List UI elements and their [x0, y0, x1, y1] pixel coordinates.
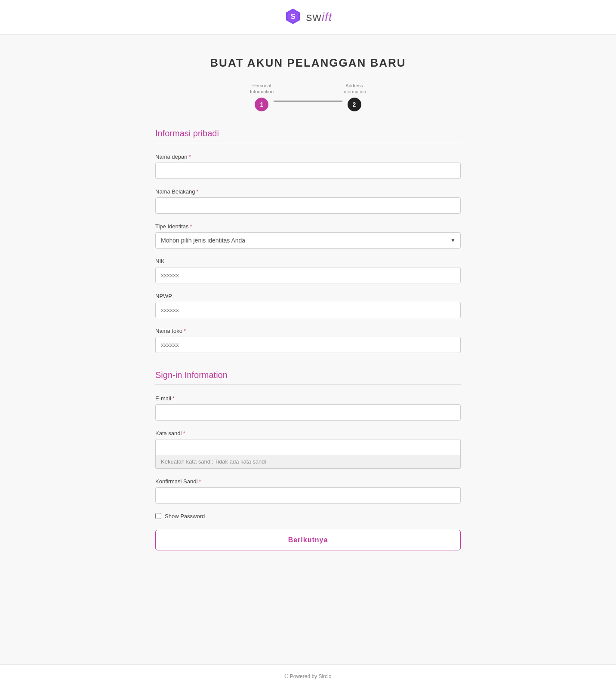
email-group: E-mail* — [155, 395, 461, 421]
first-name-label: Nama depan* — [155, 154, 461, 160]
store-name-label: Nama toko* — [155, 328, 461, 334]
identity-type-group: Tipe Identitas* Mohon pilih jenis identi… — [155, 223, 461, 249]
last-name-label: Nama Belakang* — [155, 188, 461, 195]
first-name-input[interactable] — [155, 163, 461, 179]
identity-type-select[interactable]: Mohon pilih jenis identitas Anda KTP SIM… — [155, 232, 461, 249]
personal-section-title: Informasi pribadi — [155, 129, 461, 143]
logo: S swift — [283, 8, 332, 27]
confirm-password-group: Konfirmasi Sandi* — [155, 478, 461, 504]
footer: © Powered by Sirclo — [0, 664, 616, 688]
password-input-wrapper: Kekuatan kata sandi: Tidak ada kata sand… — [155, 439, 461, 469]
last-name-group: Nama Belakang* — [155, 188, 461, 214]
last-name-input[interactable] — [155, 197, 461, 214]
password-strength-indicator: Kekuatan kata sandi: Tidak ada kata sand… — [155, 455, 461, 469]
page-container: BUAT AKUN PELANGGAN BARU PersonalInforma… — [147, 35, 469, 576]
show-password-checkbox[interactable] — [155, 513, 161, 519]
password-label: Kata sandi* — [155, 430, 461, 436]
show-password-label[interactable]: Show Password — [165, 513, 205, 519]
logo-icon: S — [283, 8, 302, 27]
header: S swift — [0, 0, 616, 35]
next-button[interactable]: Berikutnya — [155, 530, 461, 550]
step-connector — [274, 101, 342, 101]
password-group: Kata sandi* Kekuatan kata sandi: Tidak a… — [155, 430, 461, 469]
step-2-label: AddressInformation — [342, 83, 366, 95]
footer-text: © Powered by Sirclo — [285, 673, 332, 679]
step-2-item: AddressInformation 2 — [342, 83, 366, 111]
identity-type-select-wrapper: Mohon pilih jenis identitas Anda KTP SIM… — [155, 232, 461, 249]
email-label: E-mail* — [155, 395, 461, 402]
main-content: BUAT AKUN PELANGGAN BARU PersonalInforma… — [0, 35, 616, 664]
signin-section-title: Sign-in Information — [155, 370, 461, 385]
step-1-item: PersonalInformation 1 — [250, 83, 274, 111]
step-1-label: PersonalInformation — [250, 83, 274, 95]
personal-information-section: Informasi pribadi Nama depan* Nama Belak… — [155, 129, 461, 353]
stepper: PersonalInformation 1 AddressInformation… — [155, 83, 461, 111]
svg-text:S: S — [291, 13, 296, 20]
logo-text: swift — [306, 10, 332, 24]
show-password-row: Show Password — [155, 513, 461, 519]
nik-group: NIK — [155, 258, 461, 283]
step-1-circle: 1 — [255, 98, 268, 111]
nik-label: NIK — [155, 258, 461, 264]
npwp-input[interactable] — [155, 302, 461, 318]
store-name-input[interactable] — [155, 337, 461, 353]
npwp-group: NPWP — [155, 293, 461, 318]
npwp-label: NPWP — [155, 293, 461, 299]
page-title: BUAT AKUN PELANGGAN BARU — [155, 56, 461, 70]
nik-input[interactable] — [155, 267, 461, 283]
store-name-group: Nama toko* — [155, 328, 461, 353]
confirm-password-input[interactable] — [155, 487, 461, 504]
identity-type-label: Tipe Identitas* — [155, 223, 461, 230]
confirm-password-label: Konfirmasi Sandi* — [155, 478, 461, 485]
email-input[interactable] — [155, 404, 461, 421]
password-input[interactable] — [155, 439, 461, 455]
first-name-group: Nama depan* — [155, 154, 461, 179]
step-2-circle: 2 — [348, 98, 361, 111]
signin-information-section: Sign-in Information E-mail* Kata sandi* … — [155, 370, 461, 550]
